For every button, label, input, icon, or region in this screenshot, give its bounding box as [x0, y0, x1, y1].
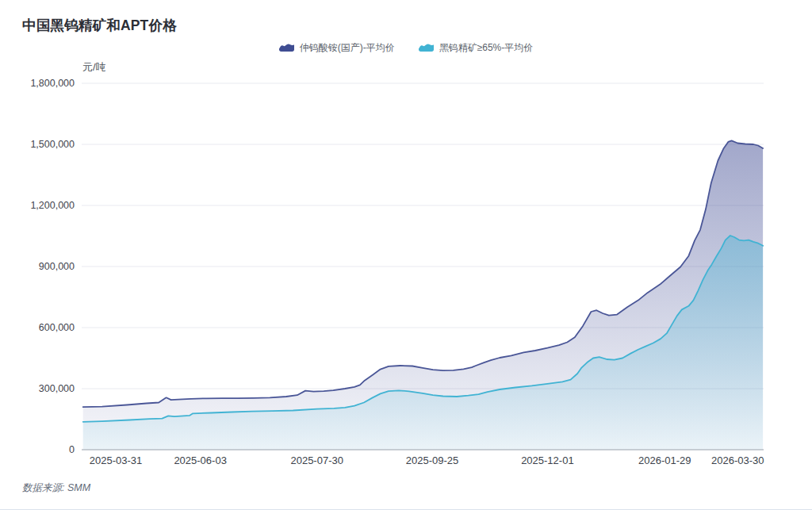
x-tick-label: 2025-07-30 — [270, 454, 365, 467]
x-tick-label: 2025-03-31 — [68, 454, 163, 467]
y-tick-label: 1,500,000 — [0, 139, 75, 150]
x-tick-label: 2025-09-25 — [385, 454, 480, 467]
y-tick-label: 300,000 — [0, 383, 75, 394]
y-tick-label: 0 — [0, 444, 75, 455]
y-tick-label: 900,000 — [0, 261, 75, 272]
x-tick-label: 2025-12-01 — [500, 454, 595, 467]
y-tick-label: 1,200,000 — [0, 200, 75, 211]
y-tick-label: 1,800,000 — [0, 78, 75, 89]
y-tick-label: 600,000 — [0, 322, 75, 333]
chart-panel: 中国黑钨精矿和APT价格 仲钨酸铵(国产)-平均价 黑钨精矿≥65%-平均价 元… — [0, 0, 812, 510]
x-tick-label: 2026-03-30 — [690, 454, 785, 467]
price-area-chart — [0, 0, 812, 510]
x-tick-label: 2025-06-03 — [153, 454, 248, 467]
data-source-note: 数据来源: SMM — [22, 481, 90, 495]
